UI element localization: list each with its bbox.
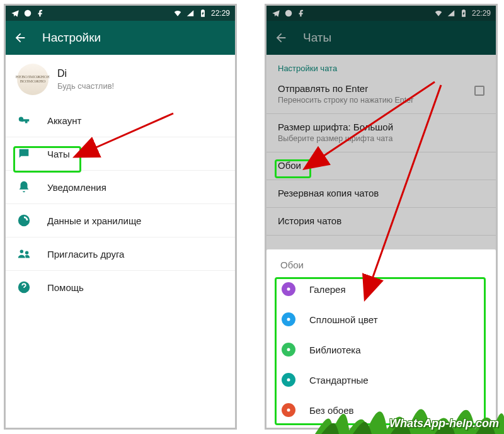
item-secondary: Выберите размер шрифта чата <box>278 134 484 143</box>
section-title: Настройки чата <box>266 55 496 76</box>
item-primary: История чатов <box>278 215 484 226</box>
sheet-option[interactable]: Галерея <box>266 274 496 304</box>
battery-charging-icon <box>198 9 207 18</box>
status-time: 22:29 <box>211 9 230 18</box>
telegram-icon <box>272 9 280 18</box>
settings-item-invite[interactable]: Пригласить друга <box>6 237 235 270</box>
sheet-option[interactable]: Библиотека <box>266 334 496 365</box>
settings-label: Аккаунт <box>47 115 81 126</box>
status-bar: 22:29 <box>6 6 235 21</box>
settings-label: Помощь <box>47 282 84 293</box>
sheet-option-icon <box>282 373 295 387</box>
profile-row[interactable]: НЕВОЗМОЖНОЕВОЗМОЖНО Di Будь счастлив! <box>6 55 235 104</box>
item-primary: Отправлять по Enter <box>278 83 484 94</box>
back-arrow-icon[interactable] <box>274 31 288 45</box>
back-arrow-icon[interactable] <box>13 31 27 45</box>
settings-item-chats[interactable]: Чаты <box>6 137 235 170</box>
item-primary: Резервная копия чатов <box>278 188 484 198</box>
facebook-icon <box>36 9 45 18</box>
phone-chats-screen: 22:29 Чаты Настройки чата Отправлять по … <box>265 4 498 430</box>
status-bar: 22:29 <box>266 6 496 21</box>
settings-label: Данные и хранилище <box>47 215 141 226</box>
svg-point-2 <box>285 10 292 17</box>
item-primary: Размер шрифта: Большой <box>278 122 484 132</box>
svg-point-4 <box>287 318 290 321</box>
settings-item-help[interactable]: Помощь <box>6 270 235 304</box>
chat-item-enter-send[interactable]: Отправлять по Enter Переносить строку по… <box>266 76 496 114</box>
chat-item-wallpaper[interactable]: Обои <box>266 152 496 180</box>
battery-charging-icon <box>459 9 468 18</box>
sheet-title: Обои <box>266 249 496 274</box>
phone-settings-screen: 22:29 Настройки НЕВОЗМОЖНОЕВОЗМОЖНО Di Б… <box>4 4 237 430</box>
settings-label: Чаты <box>47 149 70 159</box>
chat-item-backup[interactable]: Резервная копия чатов <box>266 180 496 208</box>
chat-icon <box>17 147 31 161</box>
data-icon <box>17 214 31 227</box>
chat-item-font-size[interactable]: Размер шрифта: Большой Выберите размер ш… <box>266 114 496 152</box>
sheet-option-label: Галерея <box>309 284 346 295</box>
settings-item-notifications[interactable]: Уведомления <box>6 170 235 203</box>
sheet-option-icon <box>282 312 295 326</box>
appbar-title: Настройки <box>42 31 101 45</box>
signal-icon <box>447 9 455 18</box>
avatar: НЕВОЗМОЖНОЕВОЗМОЖНО <box>17 64 49 95</box>
chat-item-history[interactable]: История чатов <box>266 208 496 236</box>
settings-label: Уведомления <box>47 182 106 193</box>
bell-icon <box>17 180 31 194</box>
status-time: 22:29 <box>472 9 491 18</box>
svg-point-0 <box>25 10 32 17</box>
sheet-option-label: Сплошной цвет <box>309 314 378 325</box>
item-secondary: Переносить строку по нажатию Enter <box>278 96 484 105</box>
signal-icon <box>186 9 195 18</box>
invite-icon <box>17 247 31 261</box>
profile-status: Будь счастлив! <box>57 81 114 91</box>
sheet-option-icon <box>282 282 295 296</box>
uc-icon <box>23 9 32 18</box>
watermark-text: WhatsApp-help.com <box>389 417 499 430</box>
wifi-icon <box>173 9 182 18</box>
telegram-icon <box>11 9 20 18</box>
svg-point-5 <box>287 348 290 351</box>
help-icon <box>17 280 31 294</box>
settings-label: Пригласить друга <box>47 249 124 260</box>
appbar: Настройки <box>6 21 235 55</box>
appbar: Чаты <box>266 21 496 55</box>
wifi-icon <box>434 9 443 18</box>
sheet-option-label: Библиотека <box>309 345 361 355</box>
sheet-option[interactable]: Сплошной цвет <box>266 304 496 334</box>
settings-item-account[interactable]: Аккаунт <box>6 104 235 137</box>
settings-item-data[interactable]: Данные и хранилище <box>6 203 235 237</box>
svg-point-6 <box>287 379 290 382</box>
item-primary: Обои <box>278 160 484 171</box>
checkbox-unchecked[interactable] <box>474 86 484 96</box>
appbar-title: Чаты <box>303 31 331 45</box>
profile-name: Di <box>57 68 114 79</box>
svg-point-3 <box>287 288 290 291</box>
key-icon <box>17 113 31 127</box>
sheet-option-icon <box>282 403 295 417</box>
svg-point-7 <box>287 409 290 412</box>
uc-icon <box>284 9 293 18</box>
facebook-icon <box>297 9 306 18</box>
sheet-option-icon <box>282 343 295 357</box>
